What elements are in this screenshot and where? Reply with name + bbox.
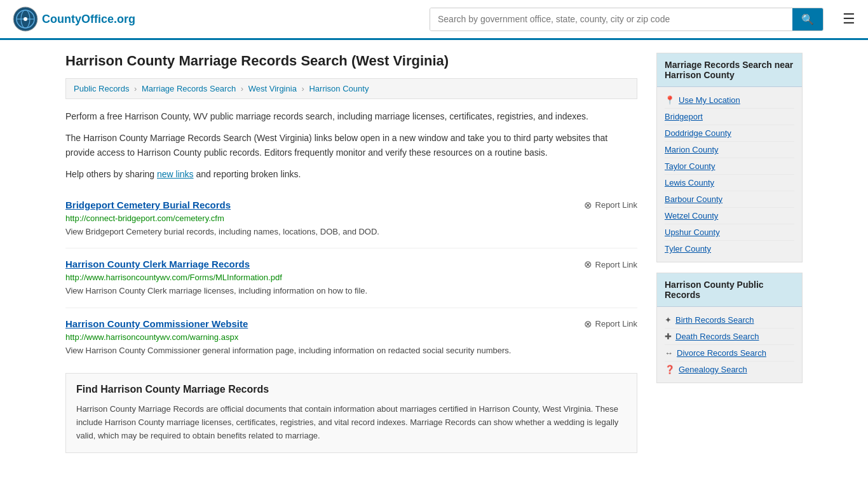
page-title: Harrison County Marriage Records Search …: [65, 53, 637, 69]
logo-icon: [13, 6, 38, 32]
public-record-link-0[interactable]: Birth Records Search: [675, 315, 754, 325]
nearby-link-0[interactable]: Use My Location: [679, 95, 740, 105]
location-icon-0: 📍: [665, 95, 675, 105]
nearby-link-1[interactable]: Bridgeport: [665, 112, 703, 121]
header: CountyOffice.org 🔍 ☰: [0, 0, 868, 40]
record-link-0[interactable]: Bridgeport Cemetery Burial Records: [65, 200, 231, 210]
breadcrumb-west-virginia[interactable]: West Virginia: [248, 84, 297, 93]
description: Perform a free Harrison County, WV publi…: [65, 109, 637, 182]
nearby-item-9: Tyler County: [665, 241, 794, 257]
nearby-item-2: Doddridge County: [665, 125, 794, 142]
nearby-item-0: 📍Use My Location: [665, 92, 794, 109]
logo-name: CountyOffice: [42, 13, 114, 25]
nearby-item-1: Bridgeport: [665, 109, 794, 125]
report-link-2[interactable]: ⊗ Report Link: [584, 318, 637, 330]
nearby-link-5[interactable]: Lewis County: [665, 178, 714, 187]
find-section-text: Harrison County Marriage Records are off…: [76, 403, 627, 442]
report-icon-2: ⊗: [584, 318, 592, 330]
breadcrumb: Public Records › Marriage Records Search…: [65, 78, 637, 99]
record-title-2: Harrison County Commissioner Website: [65, 318, 248, 329]
breadcrumb-public-records[interactable]: Public Records: [74, 84, 129, 93]
record-header-2: Harrison County Commissioner Website ⊗ R…: [65, 318, 637, 330]
public-record-link-3[interactable]: Genealogy Search: [679, 365, 747, 374]
logo-tld: .org: [114, 13, 135, 25]
new-links-link[interactable]: new links: [157, 169, 194, 179]
sidebar-public-records-header: Harrison County Public Records: [657, 273, 802, 307]
search-button[interactable]: 🔍: [792, 8, 823, 30]
record-url-2: http://www.harrisoncountywv.com/warning.…: [65, 332, 637, 342]
record-header-1: Harrison County Clerk Marriage Records ⊗…: [65, 259, 637, 270]
report-label-2: Report Link: [595, 319, 637, 329]
nearby-item-3: Marion County: [665, 142, 794, 158]
record-desc-0: View Bridgeport Cemetery burial records,…: [65, 226, 637, 238]
report-icon-0: ⊗: [584, 200, 592, 211]
nearby-link-4[interactable]: Taylor County: [665, 161, 715, 171]
desc-paragraph-3: Help others by sharing new links and rep…: [65, 167, 637, 181]
record-title-1: Harrison County Clerk Marriage Records: [65, 259, 250, 269]
public-record-icon-0: ✦: [665, 315, 672, 325]
nearby-link-8[interactable]: Upshur County: [665, 227, 720, 237]
nearby-item-6: Barbour County: [665, 191, 794, 208]
record-entry-0: Bridgeport Cemetery Burial Records ⊗ Rep…: [65, 189, 637, 249]
nearby-link-7[interactable]: Wetzel County: [665, 211, 718, 220]
record-link-1[interactable]: Harrison County Clerk Marriage Records: [65, 259, 250, 269]
record-url-0: http://connect-bridgeport.com/cemetery.c…: [65, 214, 637, 223]
public-record-icon-2: ↔: [665, 348, 673, 358]
nearby-item-4: Taylor County: [665, 158, 794, 175]
find-section-title: Find Harrison County Marriage Records: [76, 384, 627, 395]
report-link-1[interactable]: ⊗ Report Link: [584, 259, 637, 270]
desc-paragraph-1: Perform a free Harrison County, WV publi…: [65, 109, 637, 123]
sidebar-nearby-section: Marriage Records Search near Harrison Co…: [656, 53, 803, 262]
sidebar-nearby-content: 📍Use My LocationBridgeportDoddridge Coun…: [657, 87, 802, 262]
public-record-link-2[interactable]: Divorce Records Search: [677, 348, 766, 358]
logo-link[interactable]: CountyOffice.org: [13, 6, 135, 32]
report-icon-1: ⊗: [584, 259, 592, 270]
record-url-1: http://www.harrisoncountywv.com/Forms/ML…: [65, 273, 637, 282]
nearby-item-8: Upshur County: [665, 224, 794, 241]
search-bar: 🔍: [430, 8, 824, 31]
record-desc-2: View Harrison County Commissioner genera…: [65, 344, 637, 357]
breadcrumb-marriage-records[interactable]: Marriage Records Search: [142, 84, 236, 93]
sidebar-nearby-header: Marriage Records Search near Harrison Co…: [657, 53, 802, 87]
sidebar-public-records-content: ✦Birth Records Search✚Death Records Sear…: [657, 307, 802, 383]
public-record-item-1: ✚Death Records Search: [665, 329, 794, 345]
public-record-item-2: ↔Divorce Records Search: [665, 345, 794, 362]
sidebar: Marriage Records Search near Harrison Co…: [656, 53, 803, 453]
logo-text: CountyOffice.org: [42, 13, 135, 26]
breadcrumb-harrison-county[interactable]: Harrison County: [309, 84, 369, 93]
report-link-0[interactable]: ⊗ Report Link: [584, 200, 637, 211]
nearby-item-7: Wetzel County: [665, 208, 794, 224]
menu-button[interactable]: ☰: [843, 11, 855, 27]
nearby-link-9[interactable]: Tyler County: [665, 244, 711, 254]
record-desc-1: View Harrison County Clerk marriage lice…: [65, 285, 637, 297]
nearby-link-2[interactable]: Doddridge County: [665, 128, 731, 138]
record-entry-1: Harrison County Clerk Marriage Records ⊗…: [65, 248, 637, 308]
search-input[interactable]: [430, 8, 792, 30]
sidebar-public-records-section: Harrison County Public Records ✦Birth Re…: [656, 273, 803, 383]
report-label-1: Report Link: [595, 260, 637, 269]
public-record-item-0: ✦Birth Records Search: [665, 312, 794, 329]
desc-paragraph-2: The Harrison County Marriage Records Sea…: [65, 131, 637, 159]
public-record-link-1[interactable]: Death Records Search: [675, 332, 759, 341]
record-header-0: Bridgeport Cemetery Burial Records ⊗ Rep…: [65, 200, 637, 211]
public-record-icon-1: ✚: [665, 332, 672, 341]
page-body: Harrison County Marriage Records Search …: [53, 40, 815, 466]
nearby-link-6[interactable]: Barbour County: [665, 194, 722, 204]
main-content: Harrison County Marriage Records Search …: [65, 53, 637, 453]
public-record-item-3: ❓Genealogy Search: [665, 362, 794, 377]
record-link-2[interactable]: Harrison County Commissioner Website: [65, 318, 248, 329]
record-entry-2: Harrison County Commissioner Website ⊗ R…: [65, 308, 637, 367]
public-record-icon-3: ❓: [665, 365, 675, 374]
records-container: Bridgeport Cemetery Burial Records ⊗ Rep…: [65, 189, 637, 367]
svg-point-4: [24, 17, 27, 21]
report-label-0: Report Link: [595, 200, 637, 210]
find-section: Find Harrison County Marriage Records Ha…: [65, 373, 637, 453]
nearby-link-3[interactable]: Marion County: [665, 145, 719, 154]
record-title-0: Bridgeport Cemetery Burial Records: [65, 200, 231, 210]
nearby-item-5: Lewis County: [665, 175, 794, 191]
